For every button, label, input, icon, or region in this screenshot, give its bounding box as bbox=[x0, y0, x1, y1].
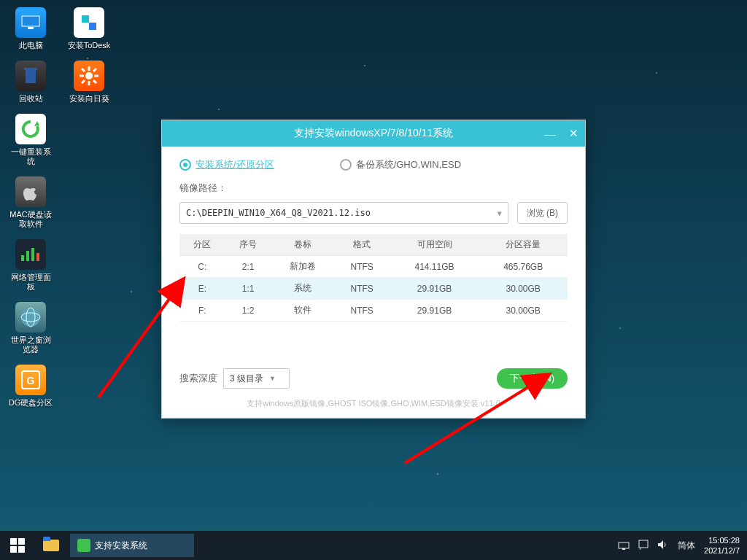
desktop-icon-reinstall[interactable]: 一键重装系统 bbox=[7, 114, 54, 166]
cell-fs: NTFS bbox=[334, 278, 390, 300]
reinstall-icon bbox=[15, 114, 46, 144]
icon-label: 网络管理面板 bbox=[7, 273, 54, 292]
next-button[interactable]: 下一步 (N) bbox=[497, 368, 568, 389]
icon-label: 安装向日葵 bbox=[69, 94, 109, 104]
table-row[interactable]: E:1:1系统NTFS29.91GB30.00GB bbox=[179, 278, 568, 300]
desktop-icon-sunflower[interactable]: 安装向日葵 bbox=[66, 61, 112, 104]
cell-total: 465.76GB bbox=[479, 256, 568, 278]
cell-index: 2:1 bbox=[225, 256, 271, 278]
radio-label: 安装系统/还原分区 bbox=[196, 158, 274, 171]
image-path-value: C:\DEEPIN_WIN10_X64_Q8_V2021.12.iso bbox=[186, 208, 371, 218]
network-icon[interactable] bbox=[618, 540, 630, 552]
svg-rect-1 bbox=[28, 27, 34, 29]
cell-total: 30.00GB bbox=[479, 300, 568, 322]
taskbar-clock[interactable]: 15:05:28 2021/12/7 bbox=[704, 535, 740, 556]
clock-date: 2021/12/7 bbox=[704, 545, 740, 556]
chevron-down-icon: ▼ bbox=[269, 375, 276, 382]
minimize-button[interactable]: — bbox=[538, 120, 562, 147]
cell-total: 30.00GB bbox=[479, 278, 568, 300]
icon-label: DG硬盘分区 bbox=[9, 398, 53, 408]
image-path-label: 镜像路径： bbox=[179, 182, 568, 195]
volume-icon[interactable] bbox=[657, 540, 669, 552]
cell-label: 新加卷 bbox=[271, 256, 333, 278]
todesk-icon bbox=[74, 7, 104, 38]
table-row[interactable]: C:2:1新加卷NTFS414.11GB465.76GB bbox=[179, 256, 568, 278]
recycle-icon bbox=[15, 61, 46, 91]
dg-icon: G bbox=[15, 365, 46, 395]
folder-icon bbox=[43, 540, 59, 551]
col-free: 可用空间 bbox=[390, 234, 479, 256]
icon-label: 安装ToDesk bbox=[68, 41, 111, 50]
task-label: 支持安装系统 bbox=[95, 540, 147, 552]
desktop-icon-netpanel[interactable]: 网络管理面板 bbox=[7, 239, 54, 292]
svg-rect-27 bbox=[622, 548, 625, 550]
col-total: 分区容量 bbox=[479, 234, 568, 256]
radio-dot-icon bbox=[179, 159, 191, 171]
cell-index: 1:2 bbox=[225, 300, 271, 322]
apple-icon bbox=[15, 176, 46, 207]
cell-fs: NTFS bbox=[334, 256, 390, 278]
svg-rect-4 bbox=[21, 255, 24, 261]
app-icon bbox=[77, 539, 90, 552]
start-button[interactable] bbox=[0, 531, 35, 560]
browse-button[interactable]: 浏览 (B) bbox=[517, 202, 568, 224]
close-button[interactable]: ✕ bbox=[562, 120, 585, 147]
netpanel-icon bbox=[15, 239, 46, 270]
search-depth-label: 搜索深度 bbox=[179, 372, 217, 385]
window-controls: — ✕ bbox=[538, 120, 585, 147]
globe-icon bbox=[15, 302, 46, 332]
svg-line-20 bbox=[82, 69, 85, 71]
taskbar-task-installer[interactable]: 支持安装系统 bbox=[70, 534, 194, 557]
svg-rect-0 bbox=[22, 16, 39, 26]
svg-rect-6 bbox=[31, 248, 34, 261]
desktop: 此电脑 回收站 一键重装系统 MAC硬盘读取软件 网络管理面板 世界之窗浏览器 … bbox=[0, 0, 747, 560]
desktop-icon-mac[interactable]: MAC硬盘读取软件 bbox=[7, 176, 54, 229]
image-path-combo[interactable]: C:\DEEPIN_WIN10_X64_Q8_V2021.12.iso ▼ bbox=[179, 202, 508, 224]
sunflower-icon bbox=[74, 61, 104, 91]
desktop-icon-thispc[interactable]: 此电脑 bbox=[7, 7, 54, 50]
file-explorer-button[interactable] bbox=[35, 531, 67, 560]
desktop-icons: 此电脑 回收站 一键重装系统 MAC硬盘读取软件 网络管理面板 世界之窗浏览器 … bbox=[7, 7, 112, 408]
svg-rect-14 bbox=[89, 23, 96, 30]
table-row[interactable]: F:1:2软件NTFS29.91GB30.00GB bbox=[179, 300, 568, 322]
depth-value: 3 级目录 bbox=[230, 373, 263, 385]
svg-point-15 bbox=[85, 72, 93, 79]
installer-window: 支持安装windowsXP/7/8/10/11系统 — ✕ 安装系统/还原分区 … bbox=[161, 120, 586, 419]
icon-label: 世界之窗浏览器 bbox=[7, 335, 54, 354]
desktop-icon-browser[interactable]: 世界之窗浏览器 bbox=[7, 302, 54, 354]
radio-dot-icon bbox=[340, 159, 352, 171]
cell-part: E: bbox=[179, 278, 225, 300]
col-index: 序号 bbox=[225, 234, 271, 256]
svg-line-23 bbox=[93, 69, 96, 71]
col-fs: 格式 bbox=[334, 234, 390, 256]
cell-label: 系统 bbox=[271, 278, 333, 300]
radio-backup[interactable]: 备份系统/GHO,WIN,ESD bbox=[340, 158, 461, 171]
cell-label: 软件 bbox=[271, 300, 333, 322]
system-tray: 简体 15:05:28 2021/12/7 bbox=[609, 535, 747, 556]
svg-text:G: G bbox=[27, 375, 35, 386]
cell-part: C: bbox=[179, 256, 225, 278]
svg-line-21 bbox=[93, 80, 96, 83]
cell-index: 1:1 bbox=[225, 278, 271, 300]
titlebar[interactable]: 支持安装windowsXP/7/8/10/11系统 — ✕ bbox=[162, 120, 585, 147]
cell-part: F: bbox=[179, 300, 225, 322]
footer-text: 支持windows原版镜像,GHOST ISO镜像,GHO,WIM,ESD镜像安… bbox=[162, 398, 585, 409]
cell-free: 414.11GB bbox=[390, 256, 479, 278]
desktop-icon-dg[interactable]: GDG硬盘分区 bbox=[7, 365, 54, 408]
svg-point-8 bbox=[21, 308, 40, 327]
svg-rect-13 bbox=[82, 15, 89, 23]
desktop-icon-recycle[interactable]: 回收站 bbox=[7, 61, 54, 104]
search-depth-select[interactable]: 3 级目录 ▼ bbox=[223, 368, 290, 389]
window-title: 支持安装windowsXP/7/8/10/11系统 bbox=[294, 127, 454, 140]
cell-free: 29.91GB bbox=[390, 278, 479, 300]
chevron-down-icon: ▼ bbox=[498, 209, 502, 217]
desktop-icon-todesk[interactable]: 安装ToDesk bbox=[66, 7, 112, 50]
pc-icon bbox=[15, 7, 46, 38]
radio-install-restore[interactable]: 安装系统/还原分区 bbox=[179, 158, 274, 171]
svg-rect-5 bbox=[26, 251, 29, 261]
svg-rect-28 bbox=[639, 540, 648, 548]
ime-indicator[interactable]: 简体 bbox=[678, 540, 695, 552]
col-label: 卷标 bbox=[271, 234, 333, 256]
col-part: 分区 bbox=[179, 234, 225, 256]
action-center-icon[interactable] bbox=[638, 540, 649, 552]
